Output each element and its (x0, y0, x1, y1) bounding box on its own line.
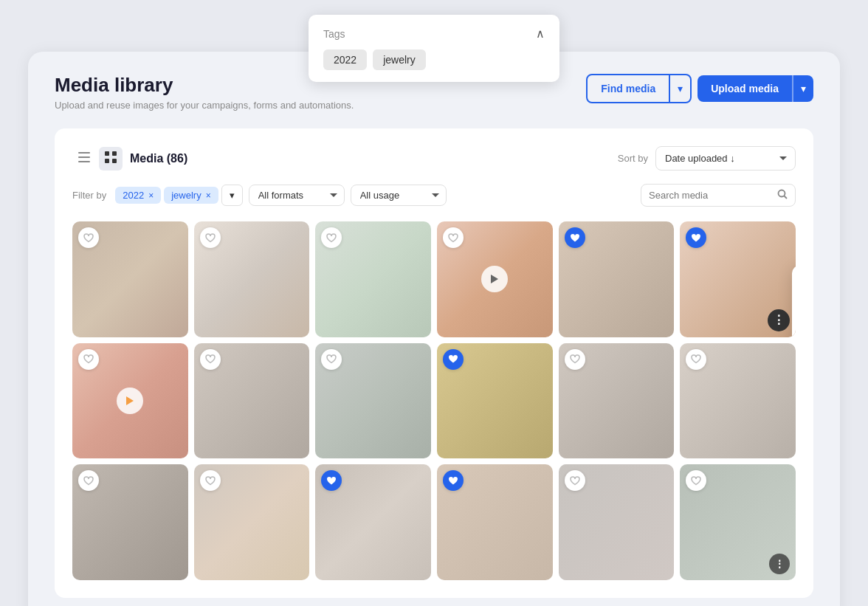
toolbar-right: Sort by Date uploaded ↓ Date uploaded ↑ … (618, 146, 796, 171)
media-item-10[interactable] (437, 343, 553, 459)
svg-rect-5 (105, 159, 109, 163)
tag-chip-jewelry[interactable]: jewelry (373, 49, 426, 70)
heart-button-6[interactable] (686, 227, 706, 248)
heart-icon-10 (448, 354, 458, 364)
context-menu-edit[interactable]: Edit (792, 270, 796, 297)
page-subtitle: Upload and reuse images for your campaig… (55, 100, 354, 111)
heart-icon-3 (326, 233, 337, 243)
filter-tag-2022[interactable]: 2022 × (115, 187, 161, 204)
media-item-7[interactable] (72, 343, 188, 459)
chevron-up-icon[interactable]: ∧ (536, 27, 545, 41)
svg-line-8 (785, 196, 788, 199)
heart-button-10[interactable] (443, 349, 464, 370)
heart-icon-4 (448, 233, 458, 243)
heart-icon-11 (570, 354, 580, 364)
context-menu-create-post[interactable]: Create post (792, 297, 796, 323)
media-item-17[interactable] (559, 464, 675, 580)
media-item-18[interactable]: ⋮ (680, 464, 796, 580)
media-item-15[interactable] (315, 464, 431, 580)
page-title-block: Media library Upload and reuse images fo… (55, 74, 354, 111)
filter-tag-jewelry[interactable]: jewelry × (164, 187, 218, 204)
heart-button-5[interactable] (565, 227, 585, 248)
chevron-down-icon-upload: ▾ (801, 83, 806, 94)
heart-button-17[interactable] (565, 470, 585, 491)
svg-rect-3 (105, 151, 109, 156)
svg-rect-6 (112, 159, 117, 163)
media-item-12[interactable] (680, 343, 796, 459)
filter-tag-jewelry-label: jewelry (171, 190, 201, 201)
media-item-2[interactable] (194, 221, 310, 337)
toolbar-left: Media (86) (72, 147, 187, 171)
media-item-11[interactable] (559, 343, 675, 459)
more-options-button-6[interactable]: ⋮ (768, 309, 790, 331)
heart-icon-6 (691, 233, 701, 243)
upload-media-dropdown-button[interactable]: ▾ (792, 75, 813, 102)
search-input[interactable] (649, 190, 773, 201)
media-grid: ⋮ Edit Create post Download Delete (72, 221, 796, 580)
media-item-1[interactable] (72, 221, 188, 337)
find-media-button[interactable]: Find media (588, 75, 669, 102)
heart-button-15[interactable] (321, 470, 342, 491)
tag-chip-2022[interactable]: 2022 (323, 49, 367, 70)
media-count: Media (86) (130, 152, 187, 165)
heart-button-4[interactable] (443, 227, 464, 248)
media-item-8[interactable] (194, 343, 310, 459)
heart-icon-9 (326, 354, 337, 364)
header-actions: Find media ▾ Upload media ▾ (586, 74, 813, 103)
svg-marker-10 (126, 396, 134, 405)
filter-tag-jewelry-remove[interactable]: × (206, 190, 211, 201)
heart-button-8[interactable] (200, 349, 221, 370)
list-view-button[interactable] (72, 147, 96, 171)
heart-button-12[interactable] (686, 349, 706, 370)
heart-button-14[interactable] (200, 470, 221, 491)
context-menu-download[interactable]: Download (792, 323, 796, 337)
find-media-dropdown-button[interactable]: ▾ (669, 75, 690, 102)
media-item-9[interactable] (315, 343, 431, 459)
filter-label: Filter by (72, 190, 106, 201)
play-button-7[interactable] (117, 388, 143, 414)
sort-select[interactable]: Date uploaded ↓ Date uploaded ↑ Name A-Z… (655, 146, 796, 171)
more-options-button-18[interactable]: ⋮ (769, 554, 790, 574)
heart-button-7[interactable] (78, 349, 99, 370)
svg-rect-2 (78, 161, 90, 162)
heart-icon-17 (570, 476, 580, 486)
heart-button-13[interactable] (78, 470, 99, 491)
heart-button-16[interactable] (443, 470, 464, 491)
tags-popup-tags-list: 2022 jewelry (323, 49, 545, 70)
media-item-13[interactable] (72, 464, 188, 580)
heart-button-1[interactable] (78, 227, 99, 248)
svg-marker-9 (491, 275, 498, 283)
heart-button-2[interactable] (200, 227, 221, 248)
list-icon (78, 152, 90, 162)
heart-icon-16 (448, 476, 458, 486)
main-card: Media library Upload and reuse images fo… (28, 52, 840, 606)
heart-button-18[interactable] (686, 470, 706, 491)
media-item-4[interactable] (437, 221, 553, 337)
media-item-5[interactable] (559, 221, 675, 337)
play-icon-4 (490, 274, 499, 284)
heart-button-3[interactable] (321, 227, 342, 248)
media-item-16[interactable] (437, 464, 553, 580)
heart-icon-7 (83, 354, 94, 364)
tags-filter-dropdown[interactable]: ▾ (221, 185, 243, 206)
upload-media-button[interactable]: Upload media (698, 75, 792, 102)
filter-tag-2022-remove[interactable]: × (148, 190, 154, 201)
usage-filter-select[interactable]: All usage Used Unused (351, 185, 447, 206)
svg-rect-1 (78, 156, 90, 158)
toolbar: Media (86) Sort by Date uploaded ↓ Date … (72, 146, 796, 171)
media-item-3[interactable] (315, 221, 431, 337)
format-filter-select[interactable]: All formats Images Videos GIFs (249, 185, 345, 206)
heart-icon-13 (83, 476, 94, 486)
heart-button-9[interactable] (321, 349, 342, 370)
media-item-14[interactable] (194, 464, 310, 580)
play-icon-7 (125, 396, 134, 406)
content-panel: Media (86) Sort by Date uploaded ↓ Date … (55, 128, 813, 598)
tags-popup-header: Tags ∧ (323, 27, 545, 41)
heart-button-11[interactable] (565, 349, 585, 370)
grid-view-button[interactable] (99, 147, 123, 171)
play-button-4[interactable] (481, 266, 508, 292)
view-toggle (72, 147, 123, 171)
grid-icon (105, 151, 117, 163)
heart-icon-15 (326, 476, 337, 486)
media-item-6[interactable]: ⋮ Edit Create post Download Delete (680, 221, 796, 337)
